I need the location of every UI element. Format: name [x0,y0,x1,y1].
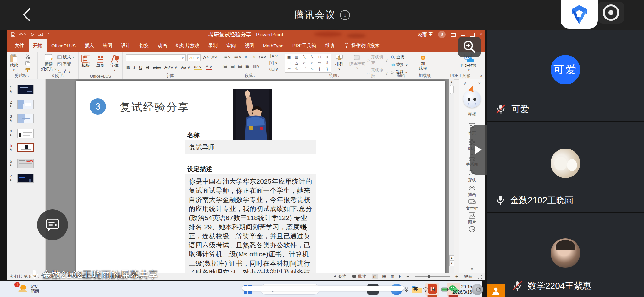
shape-fill-button[interactable]: ◇形状填充 ∨ [367,54,388,66]
slide-sorter-button[interactable]: ▦ [382,274,386,279]
tray-mic-icon[interactable] [404,286,409,293]
tray-clock[interactable]: 20:15 2026/3/16 [452,284,472,295]
bold-button[interactable]: B [126,65,130,70]
slide-thumbnail-6[interactable]: 6★ [9,159,44,170]
ribbon-display-options-icon[interactable] [451,33,456,37]
tab-home[interactable]: 开始 [29,39,47,52]
plugin-item-picture[interactable]: 图片 [459,212,485,225]
plugin-scroll-down-icon[interactable]: ▼ [459,267,485,271]
tab-officeplus[interactable]: OfficePLUS [47,39,80,52]
layout-button[interactable]: 版式 ∨ [57,54,75,60]
slideshow-view-button[interactable]: ⏵ [399,274,401,279]
account-avatar[interactable] [438,31,446,38]
shadow-button[interactable]: S [146,65,149,70]
taskbar-weather-widget[interactable]: 1 6°C 晴朗 [16,283,39,294]
justify-icon[interactable]: ▦ [245,64,249,69]
shrink-font-icon[interactable]: A˅ [211,55,217,60]
zoom-out-button[interactable]: − [406,274,409,279]
addins-button[interactable]: 加载项 [419,54,427,71]
annotation-zoom-tool[interactable] [458,37,481,57]
smartart-icon[interactable]: ⤷□ ∨ [269,67,278,72]
participant-tile-keai[interactable]: 可爱 可爱 [487,30,644,121]
notes-button[interactable]: ≜备注 [334,274,346,279]
char-spacing-button[interactable]: A⇄V ∨ [164,65,177,70]
underline-button[interactable]: U [139,65,142,70]
normal-view-button[interactable]: ⊞ [372,274,378,279]
italic-button[interactable]: I [134,65,135,70]
tab-record[interactable]: 录制 [204,39,222,52]
tray-speaker-icon[interactable] [432,287,437,292]
columns-icon[interactable]: ▥∨ [253,64,260,69]
slide-thumbnail-2[interactable]: 2★ [9,100,44,111]
close-button[interactable]: × [480,31,483,38]
name-field-value[interactable]: 复试导师 [185,140,316,154]
fit-to-window-icon[interactable] [478,275,482,279]
paste-button[interactable]: 粘贴∨ [10,54,18,73]
align-text-icon[interactable]: [↕] ∨ [269,60,278,65]
font-name-combo[interactable]: ∨ [126,54,186,61]
increase-indent-icon[interactable]: ⇥ [252,54,255,59]
tab-review[interactable]: 审阅 [222,39,240,52]
tab-animations[interactable]: 动画 [153,39,171,52]
plugin-item-textbox[interactable]: 文本框 [459,198,485,211]
officeplus-font-button[interactable]: 字体∨ [110,54,119,73]
plugin-item-illustration[interactable]: 插画 [459,184,485,197]
tab-slideshow[interactable]: 幻灯片放映 [171,39,204,52]
tab-insert[interactable]: 插入 [80,39,98,52]
tab-pdf-toolbox[interactable]: PDF工具箱 [288,39,320,52]
officeplus-singlepage-button[interactable]: 单页 [96,54,105,68]
tab-draw[interactable]: 绘图 [98,39,117,52]
tab-design[interactable]: 设计 [117,39,135,52]
tray-battery-icon[interactable] [441,287,449,292]
reset-button[interactable]: 重置 [57,62,75,67]
plugin-item-chart[interactable] [459,226,485,233]
chat-float-button[interactable] [37,209,68,240]
plugin-item-template[interactable]: 模板 [459,111,485,117]
font-size-combo[interactable]: 20∨ [187,54,201,61]
expand-video-panel-handle[interactable] [470,125,487,175]
replace-button[interactable]: ab替换 ∨ [391,62,408,68]
slide-thumbnail-1[interactable]: 1★ [9,85,44,96]
bullets-icon[interactable]: ≔∨ [223,54,231,59]
share-scrollbar-overlay[interactable] [242,286,404,291]
font-color-button[interactable]: A ∨ [206,64,212,70]
tab-help[interactable]: 帮助 [320,39,339,52]
slide-scrollbar[interactable]: ▲ ▲ ▼ [449,79,454,273]
current-slide[interactable]: 3 复试经验分享 [76,81,445,273]
restore-button[interactable] [470,33,475,37]
tab-transitions[interactable]: 切换 [135,39,153,52]
account-name[interactable]: 晓雨 王 [418,32,433,38]
comments-button[interactable]: 批注 [352,274,366,279]
copy-icon[interactable] [25,61,30,66]
slide-thumbnail-4[interactable]: 4★ [9,129,44,140]
plugin-mascot-icon[interactable] [463,90,481,108]
align-right-icon[interactable]: ▤ [238,64,242,69]
slide-thumbnail-5-selected[interactable]: 5★ [9,143,44,154]
shapes-gallery[interactable]: ▣▥╲╲□○ □△⌐⌐⇨⇩ ▱✎⌒∿{} [285,54,331,73]
arrange-button[interactable]: 排列∨ [335,54,343,71]
description-field-value[interactable]: 你是中国石油大学华东2025年应用统计的复试面试导师，你正在面一个学生，她来自济… [185,174,316,273]
cut-icon[interactable] [25,54,30,59]
grow-font-icon[interactable]: A˄ [203,55,209,60]
tab-mathtype[interactable]: MathType [258,39,288,52]
reading-view-button[interactable]: ▥ [390,274,394,279]
change-case-button[interactable]: Aa ∨ [181,65,190,70]
format-painter-icon[interactable] [25,68,30,72]
plugin-close-icon[interactable]: × [478,81,481,86]
tab-file[interactable]: 文件 [10,39,29,52]
plugin-collapse-icon[interactable]: ∨ [463,81,466,86]
app-logo-panel[interactable] [561,0,598,29]
strikethrough-button[interactable]: abc [153,65,161,70]
decrease-indent-icon[interactable]: ⇤ [245,54,249,59]
tab-view[interactable]: 视图 [240,39,258,52]
participant-tile-wangxiaoyu[interactable]: 金数2102王晓雨 [487,122,644,212]
participant-tile-wangzihui[interactable]: 数学2204王紫惠 [487,213,644,297]
tray-input-language[interactable]: 英 [413,286,418,293]
zoom-level[interactable]: 85% [464,274,472,279]
quick-styles-button[interactable]: 快速样式∨ [349,54,365,71]
zoom-in-button[interactable]: + [455,274,458,279]
record-button[interactable] [598,2,624,24]
minimize-button[interactable] [461,35,465,36]
numbering-icon[interactable]: ≕∨ [234,54,242,59]
zoom-slider[interactable] [415,276,450,277]
